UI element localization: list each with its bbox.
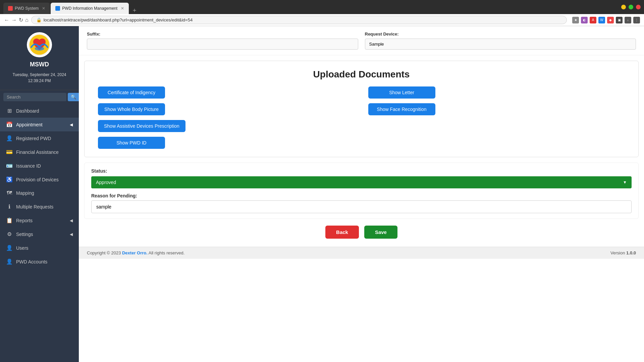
close-button[interactable] (636, 5, 641, 9)
sidebar-item-settings[interactable]: ⚙ Settings ◀ (0, 227, 79, 241)
settings-arrow: ◀ (70, 232, 73, 237)
suffix-group: Suffix: (87, 32, 358, 50)
reload-button[interactable]: ↻ (19, 17, 23, 23)
ext-icon-5[interactable]: ▣ (616, 17, 623, 23)
sidebar-item-reports[interactable]: 📋 Reports ◀ (0, 214, 79, 227)
sidebar-item-multiple-requests[interactable]: ℹ Multiple Requests (0, 200, 79, 214)
uploaded-docs-section: Uploaded Documents Certificate of Indige… (84, 61, 639, 157)
tab-pwd-system[interactable]: PWD System ✕ (3, 3, 50, 14)
url-text: localhost/ranktrace/pwd/dashboard.php?ur… (44, 17, 193, 22)
minimize-button[interactable] (621, 5, 626, 9)
sidebar-item-provision-of-devices[interactable]: ♿ Provision of Devices (0, 173, 79, 186)
search-button[interactable]: 🔍 (68, 93, 79, 101)
sidebar-item-registered-pwd[interactable]: 👤 Registered PWD (0, 131, 79, 145)
sidebar-item-pwd-accounts[interactable]: 👤 PWD Accounts (0, 255, 79, 268)
request-device-input[interactable] (365, 39, 636, 50)
reason-input[interactable] (91, 200, 632, 213)
star-icon[interactable]: ★ (572, 17, 579, 23)
forward-nav-button[interactable]: → (11, 17, 17, 23)
main-content: Suffix: Request Device: Uploaded Documen… (79, 26, 644, 362)
tab-favicon-1 (8, 6, 13, 11)
pwd-accounts-icon: 👤 (6, 258, 13, 265)
placeholder-row-2 (368, 137, 625, 149)
mapping-icon: 🗺 (6, 190, 13, 196)
docs-buttons-grid: Certificate of Indigency Show Letter Sho… (95, 86, 628, 149)
ext-icon-4[interactable]: ◆ (607, 17, 614, 23)
show-face-recognition-button[interactable]: Show Face Recognition (368, 103, 435, 115)
back-button[interactable]: Back (325, 226, 359, 239)
form-row: Suffix: Request Device: (87, 32, 636, 50)
sidebar-label-registered-pwd: Registered PWD (16, 136, 51, 141)
request-device-group: Request Device: (365, 32, 636, 50)
show-whole-body-button[interactable]: Show Whole Body Picture (98, 103, 165, 115)
sidebar-label-reports: Reports (16, 218, 33, 223)
sidebar-item-mapping[interactable]: 🗺 Mapping (0, 186, 79, 200)
certificate-row: Certificate of Indigency (98, 86, 355, 99)
sidebar-label-users: Users (16, 245, 29, 251)
window-controls (621, 5, 641, 9)
sidebar-label-mapping: Mapping (16, 190, 34, 196)
tab-close-2[interactable]: ✕ (121, 6, 124, 11)
uploaded-docs-title: Uploaded Documents (95, 69, 628, 80)
placeholder-row (368, 120, 625, 132)
show-assistive-row: Show Assistive Devices Prescription (98, 120, 355, 132)
reports-arrow: ◀ (70, 218, 73, 223)
sidebar-logo: MSWD Tuesday, September 24, 2024 12:39:2… (0, 26, 79, 90)
ext-icon-1[interactable]: ◐ (581, 17, 588, 23)
suffix-label: Suffix: (87, 32, 358, 37)
appointment-icon: 📅 (6, 121, 13, 128)
show-letter-row: Show Letter (368, 86, 625, 99)
certificate-indigency-button[interactable]: Certificate of Indigency (98, 86, 165, 99)
status-section: Status: Approved Pending Rejected Reason… (84, 163, 639, 219)
browser-tabs: PWD System ✕ PWD Information Management … (3, 0, 140, 14)
content-inner: Suffix: Request Device: Uploaded Documen… (79, 26, 644, 362)
url-bar[interactable]: 🔒 localhost/ranktrace/pwd/dashboard.php?… (31, 16, 567, 24)
time-text: 12:39:24 PM (12, 78, 66, 84)
browser-toolbar-icons: ★ ◐ A W ◆ ▣ ↓ ⋮ (572, 17, 640, 23)
sidebar-label-appointment: Appointment (16, 122, 43, 127)
maximize-button[interactable] (629, 5, 633, 9)
sidebar-search: 🔍 (0, 90, 79, 104)
search-input[interactable] (3, 93, 66, 101)
footer-copyright: Copyright © 2023 Dexter Orro. All rights… (87, 250, 184, 255)
sidebar-item-issuance-id[interactable]: 🪪 Issuance ID (0, 159, 79, 173)
sidebar-item-dashboard[interactable]: ⊞ Dashboard (0, 104, 79, 118)
sidebar-item-appointment[interactable]: 📅 Appointment ◀ (0, 118, 79, 131)
sidebar-item-users[interactable]: 👤 Users (0, 241, 79, 255)
sidebar-label-settings: Settings (16, 232, 33, 237)
settings-icon: ⚙ (6, 231, 13, 237)
show-pwd-id-button[interactable]: Show PWD ID (98, 137, 165, 149)
logo-circle (27, 32, 52, 57)
ext-icon-3[interactable]: W (598, 17, 605, 23)
tab-add-button[interactable]: ＋ (129, 6, 140, 14)
nav-buttons: ← → ↻ ⌂ (4, 17, 29, 23)
footer-author-link[interactable]: Dexter Orro. (122, 250, 148, 255)
tab-favicon-2 (55, 6, 60, 11)
tab-close-1[interactable]: ✕ (42, 6, 45, 11)
reason-label: Reason for Pending: (91, 193, 632, 198)
sidebar-label-pwd-accounts: PWD Accounts (16, 259, 47, 264)
sidebar-label-multiple-requests: Multiple Requests (16, 204, 53, 209)
ext-icon-2[interactable]: A (590, 17, 596, 23)
action-row: Back Save (79, 226, 644, 239)
sidebar-item-financial-assistance[interactable]: 💳 Financial Assistance (0, 145, 79, 159)
show-pwd-id-row: Show PWD ID (98, 137, 355, 149)
status-select[interactable]: Approved Pending Rejected (91, 176, 632, 188)
request-device-label: Request Device: (365, 32, 636, 37)
home-button[interactable]: ⌂ (25, 17, 29, 23)
status-select-wrap: Approved Pending Rejected (91, 176, 632, 188)
suffix-input[interactable] (87, 39, 358, 50)
footer-rights: All rights reserved. (149, 250, 185, 255)
sidebar-label-provision: Provision of Devices (16, 177, 59, 182)
show-whole-body-row: Show Whole Body Picture (98, 103, 355, 115)
date-text: Tuesday, September 24, 2024 (12, 72, 66, 78)
back-nav-button[interactable]: ← (4, 17, 9, 23)
save-button[interactable]: Save (364, 226, 397, 239)
download-icon[interactable]: ↓ (625, 17, 631, 23)
tab-pwd-info[interactable]: PWD Information Management ✕ (51, 3, 129, 14)
tab-label-2: PWD Information Management (62, 6, 117, 11)
show-letter-button[interactable]: Show Letter (368, 86, 435, 99)
show-assistive-devices-button[interactable]: Show Assistive Devices Prescription (98, 120, 185, 132)
menu-icon[interactable]: ⋮ (633, 17, 640, 23)
provision-icon: ♿ (6, 176, 13, 183)
